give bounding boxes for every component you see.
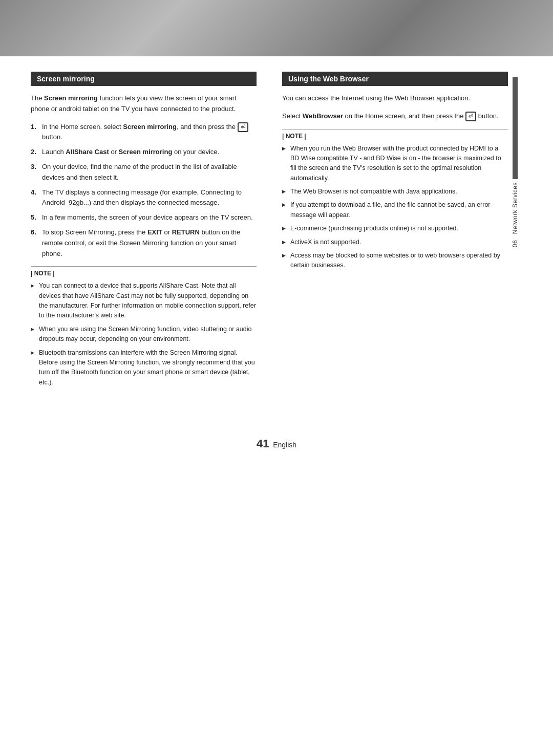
page-footer: 41 English: [0, 422, 553, 461]
header-banner: [0, 0, 553, 56]
left-note-item-3: Bluetooth transmissions can interfere wi…: [31, 348, 257, 388]
screen-mirroring-intro: The Screen mirroring function lets you v…: [31, 93, 257, 115]
webbrowser-bold: WebBrowser: [303, 112, 343, 120]
numbered-steps: 1. In the Home screen, select Screen mir…: [31, 122, 257, 260]
left-note-section: | NOTE | You can connect to a device tha…: [31, 266, 257, 387]
right-note-item-1: When you run the Web Browser with the pr…: [282, 144, 508, 184]
page-content: Screen mirroring The Screen mirroring fu…: [0, 56, 553, 422]
step-3: 3. On your device, find the name of the …: [31, 162, 257, 183]
step-6: 6. To stop Screen Mirroring, press the E…: [31, 227, 257, 259]
left-column: Screen mirroring The Screen mirroring fu…: [31, 72, 262, 391]
web-browser-intro-1: You can access the Internet using the We…: [282, 93, 508, 104]
step-1: 1. In the Home screen, select Screen mir…: [31, 122, 257, 143]
step-5: 5. In a few moments, the screen of your …: [31, 212, 257, 223]
enter-icon-2: ⏎: [465, 112, 476, 121]
step-4: 4. The TV displays a connecting message …: [31, 187, 257, 209]
enter-icon-1: ⏎: [238, 122, 248, 132]
sidebar-label: 06 Network Services: [512, 182, 519, 247]
screen-mirroring-title: Screen mirroring: [31, 72, 257, 86]
right-note-item-6: Access may be blocked to some websites o…: [282, 251, 508, 271]
web-browser-intro-2: Select WebBrowser on the Home screen, an…: [282, 111, 508, 122]
right-note-item-5: ActiveX is not supported.: [282, 237, 508, 247]
sidebar: 06 Network Services: [508, 72, 522, 391]
page-number: 41: [257, 437, 269, 450]
right-note-section: | NOTE | When you run the Web Browser wi…: [282, 129, 508, 271]
left-note-item-1: You can connect to a device that support…: [31, 281, 257, 321]
main-content: Screen mirroring The Screen mirroring fu…: [31, 72, 508, 391]
right-column: Using the Web Browser You can access the…: [277, 72, 508, 391]
right-note-item-3: If you attempt to download a file, and t…: [282, 200, 508, 220]
intro-bold-word: Screen mirroring: [44, 94, 98, 102]
right-note-item-2: The Web Browser is not compatible with J…: [282, 187, 508, 197]
left-note-label: | NOTE |: [31, 266, 257, 277]
sidebar-bar: [513, 77, 518, 179]
right-note-list: When you run the Web Browser with the pr…: [282, 144, 508, 271]
step-2: 2. Launch AllShare Cast or Screen mirror…: [31, 147, 257, 158]
footer-language: English: [271, 441, 296, 449]
web-browser-title: Using the Web Browser: [282, 72, 508, 86]
right-note-label: | NOTE |: [282, 129, 508, 140]
left-note-list: You can connect to a device that support…: [31, 281, 257, 387]
right-note-item-4: E-commerce (purchasing products online) …: [282, 224, 508, 233]
left-note-item-2: When you are using the Screen Mirroring …: [31, 325, 257, 344]
